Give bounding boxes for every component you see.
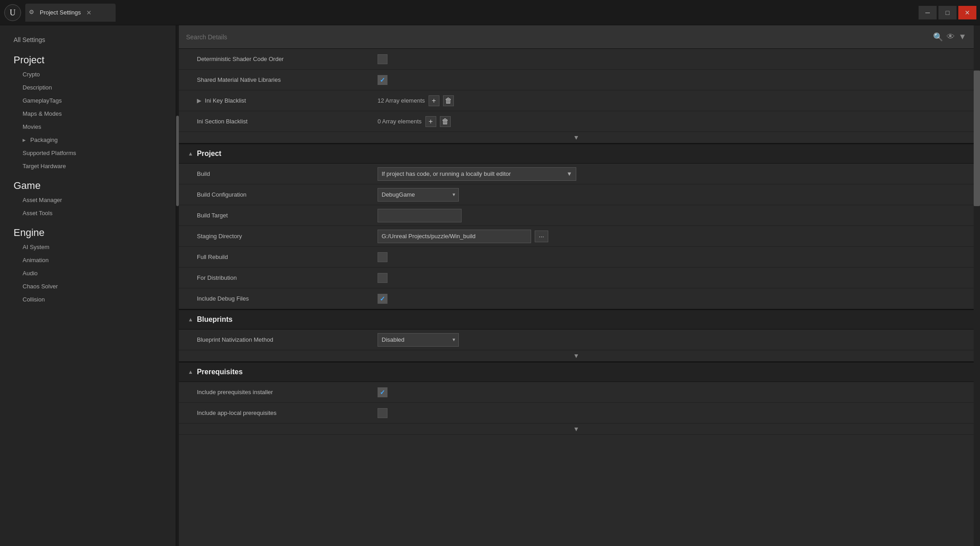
sidebar-item-chaos-solver[interactable]: Chaos Solver: [0, 280, 176, 293]
value-include-prerequisites: [378, 387, 965, 397]
sidebar-item-collision[interactable]: Collision: [0, 293, 176, 306]
row-for-distribution: For Distribution: [179, 268, 974, 288]
close-button[interactable]: ✕: [958, 6, 976, 19]
checkbox-deterministic-shader[interactable]: [378, 54, 387, 64]
ue-logo: U: [4, 4, 22, 22]
eye-button[interactable]: 👁: [947, 32, 955, 42]
collapse-arrow-icon-1: ▼: [573, 134, 579, 141]
value-ini-section-blacklist: 0 Array elements + 🗑: [378, 116, 965, 127]
row-include-app-local: Include app-local prerequisites: [179, 403, 974, 424]
section-prerequisites-arrow-icon: ▲: [188, 369, 193, 375]
minimize-button[interactable]: ─: [919, 6, 937, 19]
label-build-target: Build Target: [188, 212, 378, 219]
section-prerequisites-title: Prerequisites: [197, 368, 243, 376]
label-include-prerequisites: Include prerequisites installer: [188, 389, 378, 395]
ini-key-add-button[interactable]: +: [429, 95, 439, 106]
row-blueprint-nativization: Blueprint Nativization Method Disabled I…: [179, 329, 974, 350]
sidebar-scrollbar[interactable]: [176, 25, 179, 546]
label-deterministic-shader: Deterministic Shader Code Order: [188, 56, 378, 62]
section-blueprints[interactable]: ▲ Blueprints: [179, 309, 974, 329]
checkbox-include-debug-files[interactable]: [378, 294, 387, 304]
section-project[interactable]: ▲ Project: [179, 143, 974, 164]
sidebar-scroll-thumb[interactable]: [176, 116, 179, 206]
build-config-select[interactable]: DebugGame Development Shipping: [378, 188, 459, 202]
value-build-target: [378, 209, 965, 222]
tab[interactable]: ⚙ Project Settings ✕: [25, 4, 116, 22]
section-blueprints-title: Blueprints: [197, 315, 233, 324]
sidebar-all-settings[interactable]: All Settings: [0, 33, 176, 47]
ini-key-count: 12 Array elements: [378, 97, 425, 104]
right-scroll-thumb[interactable]: [974, 71, 980, 206]
sidebar-item-target-hardware[interactable]: Target Hardware: [0, 160, 176, 173]
value-deterministic-shader: [378, 54, 965, 64]
collapse-row-1[interactable]: ▼: [179, 132, 974, 143]
right-scrollbar[interactable]: [974, 25, 980, 546]
value-shared-material: [378, 75, 965, 85]
ini-section-remove-button[interactable]: 🗑: [440, 116, 451, 127]
sidebar-item-supported-platforms[interactable]: Supported Platforms: [0, 146, 176, 160]
value-include-app-local: [378, 408, 965, 418]
collapse-arrow-icon-2: ▼: [573, 352, 579, 359]
maximize-button[interactable]: □: [938, 6, 957, 19]
sidebar-item-asset-tools[interactable]: Asset Tools: [0, 207, 176, 220]
settings-content: Deterministic Shader Code Order Shared M…: [179, 49, 974, 435]
blueprint-nativization-select[interactable]: Disabled Inclusive Exclusive: [378, 333, 459, 347]
sidebar-category-project: Project: [0, 47, 176, 68]
ini-key-array-controls: 12 Array elements + 🗑: [378, 95, 454, 106]
label-include-app-local: Include app-local prerequisites: [188, 410, 378, 416]
row-staging-directory: Staging Directory ···: [179, 226, 974, 247]
blueprint-nativization-wrapper: Disabled Inclusive Exclusive ▼: [378, 333, 459, 347]
search-input[interactable]: [186, 33, 933, 41]
checkbox-include-app-local[interactable]: [378, 408, 387, 418]
row-build-configuration: Build Configuration DebugGame Developmen…: [179, 184, 974, 205]
sidebar-item-crypto[interactable]: Crypto: [0, 68, 176, 81]
row-include-prerequisites: Include prerequisites installer: [179, 382, 974, 403]
sidebar-item-packaging[interactable]: Packaging: [0, 133, 176, 146]
label-include-debug-files: Include Debug Files: [188, 295, 378, 302]
value-full-rebuild: [378, 252, 965, 262]
collapse-row-3[interactable]: ▼: [179, 424, 974, 435]
label-build-configuration: Build Configuration: [188, 191, 378, 198]
sidebar-item-animation[interactable]: Animation: [0, 254, 176, 267]
value-blueprint-nativization: Disabled Inclusive Exclusive ▼: [378, 333, 965, 347]
build-dropdown-arrow-icon: ▼: [566, 170, 572, 177]
label-staging-directory: Staging Directory: [188, 233, 378, 240]
settings-tab-icon: ⚙: [29, 9, 37, 17]
staging-directory-browse-button[interactable]: ···: [535, 231, 548, 242]
collapse-arrow-icon-3: ▼: [573, 425, 579, 433]
build-target-input[interactable]: [378, 209, 462, 222]
sidebar-item-asset-manager[interactable]: Asset Manager: [0, 193, 176, 207]
checkbox-shared-material[interactable]: [378, 75, 387, 85]
checkbox-include-prerequisites[interactable]: [378, 387, 387, 397]
sidebar-category-engine: Engine: [0, 220, 176, 240]
staging-directory-input[interactable]: [378, 230, 531, 243]
section-prerequisites[interactable]: ▲ Prerequisites: [179, 362, 974, 382]
label-full-rebuild: Full Rebuild: [188, 254, 378, 260]
build-dropdown[interactable]: If project has code, or running a locall…: [378, 167, 576, 181]
ini-section-array-controls: 0 Array elements + 🗑: [378, 116, 451, 127]
checkbox-for-distribution[interactable]: [378, 273, 387, 283]
tab-title: Project Settings: [40, 9, 81, 16]
ini-key-remove-button[interactable]: 🗑: [443, 95, 454, 106]
ini-section-add-button[interactable]: +: [425, 116, 436, 127]
value-for-distribution: [378, 273, 965, 283]
dropdown-button[interactable]: ▼: [958, 32, 966, 42]
label-ini-section-blacklist: Ini Section Blacklist: [188, 118, 378, 125]
row-deterministic-shader: Deterministic Shader Code Order: [179, 49, 974, 70]
search-bar: 🔍 👁 ▼: [179, 25, 974, 49]
tab-close-button[interactable]: ✕: [86, 9, 92, 16]
sidebar-item-gameplaytags[interactable]: GameplayTags: [0, 94, 176, 107]
search-button[interactable]: 🔍: [933, 32, 943, 42]
sidebar-item-movies[interactable]: Movies: [0, 120, 176, 133]
sidebar-item-audio[interactable]: Audio: [0, 267, 176, 280]
checkbox-full-rebuild[interactable]: [378, 252, 387, 262]
row-full-rebuild: Full Rebuild: [179, 247, 974, 268]
section-blueprints-arrow-icon: ▲: [188, 316, 193, 323]
sidebar-item-description[interactable]: Description: [0, 81, 176, 94]
row-ini-key-blacklist: ▶ Ini Key Blacklist 12 Array elements + …: [179, 90, 974, 111]
collapse-row-2[interactable]: ▼: [179, 350, 974, 362]
window-controls: ─ □ ✕: [919, 6, 976, 19]
row-include-debug-files: Include Debug Files: [179, 288, 974, 309]
sidebar-item-maps-modes[interactable]: Maps & Modes: [0, 107, 176, 120]
sidebar-item-ai-system[interactable]: AI System: [0, 240, 176, 254]
